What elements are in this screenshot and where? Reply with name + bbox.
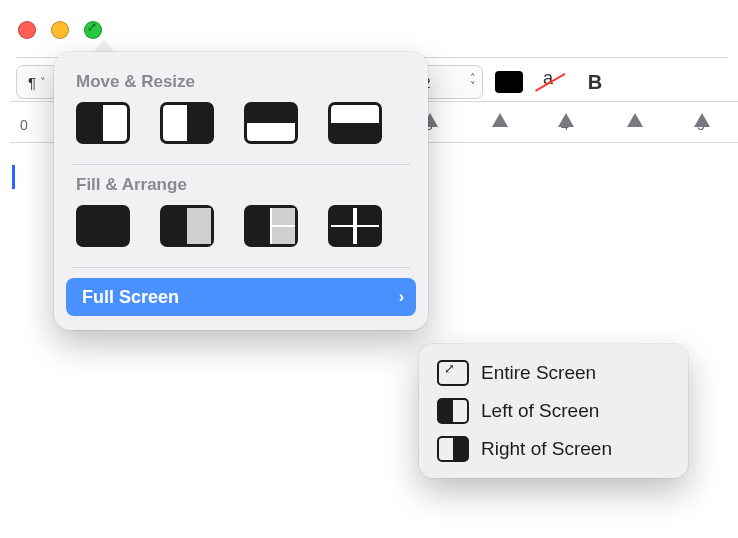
entire-screen-item[interactable]: ⤢ Entire Screen <box>427 354 680 392</box>
text-color-swatch[interactable] <box>495 71 523 93</box>
ruler-tab-stop[interactable] <box>694 113 710 127</box>
chevron-right-icon: › <box>399 288 404 306</box>
tile-top-half-icon[interactable] <box>244 102 298 144</box>
full-screen-label: Full Screen <box>82 287 179 308</box>
fill-screen-icon[interactable] <box>76 205 130 247</box>
entire-screen-label: Entire Screen <box>481 362 596 384</box>
left-of-screen-label: Left of Screen <box>481 400 599 422</box>
ruler-tab-stop[interactable] <box>627 113 643 127</box>
window-close-button[interactable] <box>18 21 36 39</box>
ruler-tab-stop[interactable] <box>492 113 508 127</box>
left-of-screen-icon <box>437 398 469 424</box>
arrange-quadrants-icon[interactable] <box>328 205 382 247</box>
window-fullscreen-button[interactable] <box>84 21 102 39</box>
tile-bottom-half-icon[interactable] <box>328 102 382 144</box>
arrange-left-right-icon[interactable] <box>160 205 214 247</box>
text-caret <box>12 165 15 189</box>
window-management-menu: Move & Resize Fill & Arrange <box>54 52 428 330</box>
right-of-screen-icon <box>437 436 469 462</box>
full-screen-submenu: ⤢ Entire Screen Left of Screen Right of … <box>419 344 688 478</box>
menu-separator <box>72 267 410 268</box>
window-minimize-button[interactable] <box>51 21 69 39</box>
bold-button[interactable]: B <box>583 71 607 94</box>
entire-screen-icon: ⤢ <box>437 360 469 386</box>
highlight-color-swatch[interactable]: a <box>537 68 565 96</box>
section-header-move: Move & Resize <box>76 72 406 92</box>
right-of-screen-label: Right of Screen <box>481 438 612 460</box>
ruler-tab-stop[interactable] <box>558 113 574 127</box>
section-header-fill: Fill & Arrange <box>76 175 406 195</box>
menu-separator <box>72 164 410 165</box>
full-screen-menu-item[interactable]: Full Screen › <box>66 278 416 316</box>
tile-left-half-icon[interactable] <box>76 102 130 144</box>
tile-right-half-icon[interactable] <box>160 102 214 144</box>
paragraph-style-button[interactable]: ¶˅ <box>16 65 58 99</box>
right-of-screen-item[interactable]: Right of Screen <box>427 430 680 468</box>
arrange-three-icon[interactable] <box>244 205 298 247</box>
left-of-screen-item[interactable]: Left of Screen <box>427 392 680 430</box>
